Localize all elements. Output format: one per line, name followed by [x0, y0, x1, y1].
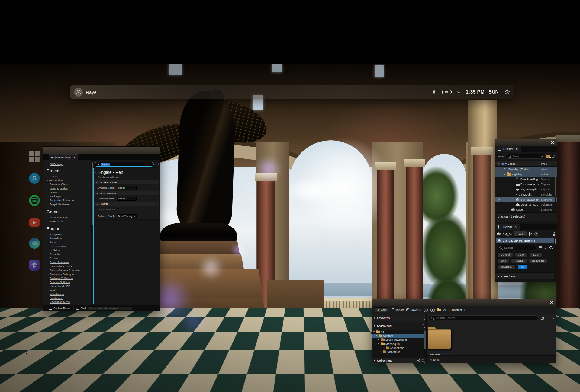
setting-dropdown[interactable]: Detail Tracing — [117, 214, 137, 218]
outliner-scrollbar[interactable] — [555, 167, 556, 212]
youtube-icon[interactable] — [29, 218, 40, 227]
close-tab-icon[interactable] — [73, 156, 75, 158]
settings-gear-icon[interactable] — [505, 90, 510, 94]
tab-details[interactable]: Details — [495, 224, 520, 230]
settings-nav-item[interactable]: Input — [50, 288, 91, 292]
settings-nav-item[interactable]: Navigation Mesh — [50, 300, 91, 304]
settings-nav-item[interactable]: Asset Tools — [50, 220, 91, 224]
settings-nav-item[interactable]: Hierarchical LOD — [50, 285, 91, 288]
collections-section[interactable]: ▸ Collections + — [372, 358, 426, 363]
settings-nav-item[interactable]: Crypto — [50, 175, 91, 179]
tree-caret-icon[interactable]: ▸ — [380, 350, 383, 353]
outliner-row[interactable]: ▾ Lighting Folder — [495, 172, 557, 177]
filter-chip[interactable]: Actor — [515, 252, 528, 257]
settings-nav-item[interactable]: Asset Manager — [50, 216, 91, 220]
settings-nav-item[interactable]: Game — [47, 209, 91, 214]
lock-icon[interactable] — [553, 234, 555, 236]
settings-nav-item[interactable]: Crowd Manager — [50, 260, 91, 264]
column-type-label[interactable]: Type — [541, 162, 547, 165]
close-tab-icon[interactable] — [514, 226, 517, 228]
view-options-chevron-icon[interactable] — [552, 317, 554, 319]
tree-caret-icon[interactable]: ▾ — [378, 343, 381, 345]
chevron-down-icon[interactable] — [457, 90, 460, 93]
search-icon[interactable] — [422, 324, 424, 327]
folder-tree-row[interactable]: ▾ Mannequin — [372, 342, 426, 346]
outliner-column-header[interactable]: Item Label Type — [495, 161, 557, 167]
tree-caret-icon[interactable]: ▾ — [504, 173, 507, 176]
filter-chip[interactable]: Misc — [497, 258, 509, 263]
close-window-icon[interactable] — [551, 140, 555, 145]
visibility-eye-icon[interactable] — [496, 199, 499, 201]
import-button[interactable]: Import — [391, 308, 404, 311]
settings-nav-item[interactable]: Target Hardware — [50, 202, 91, 206]
breadcrumb-current[interactable]: Content — [452, 308, 462, 311]
settings-nav-item[interactable]: Console — [50, 253, 91, 257]
settings-nav-item[interactable]: Data Driven CVars — [50, 265, 91, 269]
filter-chip[interactable]: General — [497, 252, 513, 257]
settings-nav-item[interactable]: Animation — [50, 237, 91, 241]
help-icon[interactable]: ? — [534, 232, 538, 236]
console-command-field[interactable] — [88, 306, 132, 310]
setting-dropdown[interactable]: Lumen — [117, 186, 137, 190]
add-collection-icon[interactable]: + — [417, 359, 420, 362]
settings-nav-item[interactable]: Project — [47, 168, 91, 173]
filter-icon[interactable] — [497, 155, 501, 158]
filter-chip[interactable]: Physics — [511, 258, 527, 263]
content-search-input[interactable] — [436, 316, 536, 320]
search-icon[interactable] — [422, 359, 424, 362]
cmd-button[interactable]: >_ Cmd — [76, 307, 86, 310]
details-search-field[interactable] — [497, 245, 537, 250]
search-icon[interactable] — [422, 317, 424, 319]
skype-icon[interactable]: S — [29, 173, 40, 184]
settings-nav-item[interactable]: Interchange — [50, 292, 91, 296]
clock-time[interactable]: 1:35 PM — [466, 89, 485, 95]
nav-all-settings[interactable]: All Settings — [50, 163, 91, 166]
folder-tile[interactable]: ThirdPerson — [427, 327, 452, 355]
folder-tree-row[interactable]: Animations — [372, 346, 426, 350]
favorites-section[interactable]: ▸ Favorites — [372, 314, 426, 322]
settings-nav-item[interactable]: Supported Platforms — [50, 199, 91, 202]
favorites-star-icon[interactable] — [544, 245, 547, 250]
search-options-gear-icon[interactable] — [155, 163, 159, 166]
filter-chip[interactable]: Rendering — [529, 258, 547, 263]
settings-nav-item[interactable]: AI System — [50, 233, 91, 237]
settings-nav-item[interactable]: Landscape — [50, 296, 91, 300]
clear-search-icon[interactable] — [97, 163, 99, 165]
settings-nav-item[interactable]: Maps & Modes — [50, 187, 91, 191]
filter-chip[interactable]: Streaming — [497, 264, 516, 269]
forward-icon[interactable] — [430, 308, 435, 312]
close-window-icon[interactable] — [550, 300, 554, 304]
tree-caret-icon[interactable]: ▾ — [373, 330, 376, 333]
section-caret-icon[interactable] — [96, 203, 98, 205]
tree-caret-icon[interactable]: ▾ — [501, 168, 504, 171]
save-state-icon[interactable] — [541, 317, 544, 320]
blueprint-node-icon[interactable] — [529, 232, 532, 236]
content-drawer-button[interactable]: Content Drawer — [49, 307, 72, 310]
filter-icon[interactable] — [546, 317, 550, 320]
tree-scrollbar[interactable] — [424, 330, 426, 357]
settings-nav-item[interactable]: Packaging — [50, 195, 91, 199]
details-search-input[interactable] — [504, 246, 534, 250]
filter-chip[interactable]: LOD — [530, 252, 542, 257]
expand-up-icon[interactable] — [45, 307, 47, 309]
section-caret-icon[interactable] — [96, 193, 98, 194]
outliner-row[interactable]: ExponentialHe Exponen — [495, 182, 557, 187]
folder-tree-row[interactable]: ▸ Character — [372, 350, 426, 354]
app-grid-icon[interactable] — [29, 151, 40, 162]
outliner-row[interactable]: SM_SkySpher StaticMe — [495, 197, 557, 202]
window-title-bar[interactable] — [44, 147, 160, 154]
tree-caret-icon[interactable]: ▾ — [376, 334, 379, 337]
settings-nav-item[interactable]: Collision — [50, 249, 91, 253]
spotify-icon[interactable] — [29, 195, 40, 206]
window-title-bar[interactable] — [495, 139, 557, 146]
outliner-settings-gear-icon[interactable] — [552, 155, 555, 158]
expand-arrow-icon[interactable]: › — [47, 179, 48, 183]
outliner-row[interactable]: VolumetricClo Volumetr — [495, 202, 557, 207]
filter-chevron-icon[interactable] — [502, 155, 504, 157]
filter-chip[interactable]: All — [518, 264, 527, 269]
breadcrumb-root[interactable]: All — [443, 308, 447, 311]
settings-nav-item[interactable]: Movies — [50, 191, 91, 195]
user-avatar[interactable] — [74, 88, 83, 97]
new-folder-icon[interactable] — [546, 155, 550, 158]
outliner-search-input[interactable] — [512, 155, 540, 158]
